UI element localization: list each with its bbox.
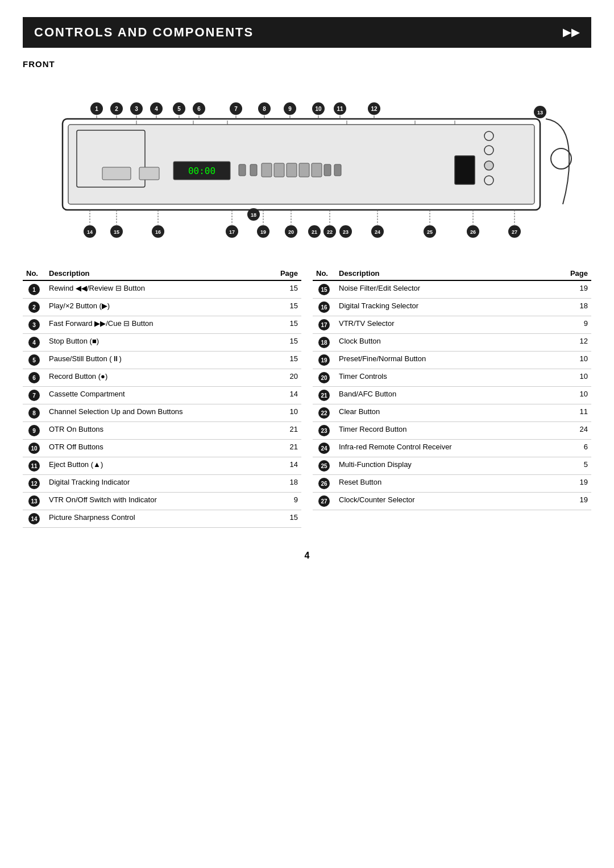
front-label: FRONT	[23, 59, 591, 69]
row-num: 25	[313, 457, 335, 475]
left-table: No. Description Page 1 Rewind ◀◀/Review …	[23, 267, 301, 528]
row-num: 17	[313, 316, 335, 334]
table-row: 18 Clock Button 12	[313, 334, 591, 352]
svg-text:26: 26	[470, 229, 476, 235]
table-row: 1 Rewind ◀◀/Review ⊟ Button 15	[23, 280, 301, 299]
row-page: 18	[273, 475, 301, 493]
left-col-page: Page	[273, 267, 301, 280]
row-desc: Record Button (●)	[45, 369, 273, 387]
page-number: 4	[23, 551, 591, 561]
svg-text:3: 3	[135, 106, 138, 112]
row-page: 15	[273, 316, 301, 334]
table-row: 20 Timer Controls 10	[313, 369, 591, 387]
svg-text:2: 2	[115, 106, 118, 112]
table-row: 8 Channel Selection Up and Down Buttons …	[23, 404, 301, 422]
svg-rect-35	[262, 163, 272, 177]
row-page: 10	[273, 404, 301, 422]
svg-rect-37	[287, 163, 297, 177]
svg-rect-30	[139, 167, 159, 180]
row-page: 10	[563, 352, 591, 369]
right-table: No. Description Page 15 Noise Filter/Edi…	[313, 267, 591, 528]
row-num: 10	[23, 440, 45, 457]
svg-text:1: 1	[95, 106, 98, 112]
row-num: 24	[313, 440, 335, 457]
svg-rect-38	[299, 163, 309, 177]
svg-rect-46	[455, 156, 475, 184]
table-row: 2 Play/×2 Button (▶) 15	[23, 299, 301, 316]
row-page: 15	[273, 352, 301, 369]
row-page: 11	[563, 404, 591, 422]
right-col-page: Page	[563, 267, 591, 280]
table-row: 7 Cassette Compartment 14	[23, 387, 301, 404]
vcr-diagram: 1 2 3 4 5 6 7 8 9 10 11 12 13	[23, 73, 591, 267]
svg-text:10: 10	[315, 106, 322, 112]
svg-text:23: 23	[343, 229, 349, 235]
row-desc: Eject Button (▲)	[45, 457, 273, 475]
table-row: 21 Band/AFC Button 10	[313, 387, 591, 404]
svg-text:17: 17	[229, 229, 235, 235]
table-row: 17 VTR/TV Selector 9	[313, 316, 591, 334]
row-num: 21	[313, 387, 335, 404]
row-desc: Digital Tracking Indicator	[45, 475, 273, 493]
row-num: 2	[23, 299, 45, 316]
svg-text:25: 25	[427, 229, 433, 235]
table-row: 12 Digital Tracking Indicator 18	[23, 475, 301, 493]
table-row: 25 Multi-Function Display 5	[313, 457, 591, 475]
row-desc: Clear Button	[335, 404, 563, 422]
row-desc: Channel Selection Up and Down Buttons	[45, 404, 273, 422]
row-num: 1	[23, 280, 45, 299]
row-num: 14	[23, 510, 45, 528]
row-desc: VTR/TV Selector	[335, 316, 563, 334]
table-row: 26 Reset Button 19	[313, 475, 591, 493]
svg-text:4: 4	[155, 106, 158, 112]
row-page: 15	[273, 280, 301, 299]
svg-rect-33	[239, 164, 246, 176]
row-desc: Clock Button	[335, 334, 563, 352]
page-wrapper: CONTROLS AND COMPONENTS ▶▶ FRONT 1 2 3 4…	[0, 0, 614, 595]
svg-text:15: 15	[114, 229, 119, 235]
row-page: 15	[273, 510, 301, 528]
row-num: 8	[23, 404, 45, 422]
table-row: 14 Picture Sharpness Control 15	[23, 510, 301, 528]
row-num: 4	[23, 334, 45, 352]
svg-text:13: 13	[537, 110, 543, 115]
table-row: 5 Pause/Still Button (⏸) 15	[23, 352, 301, 369]
row-num: 5	[23, 352, 45, 369]
row-num: 26	[313, 475, 335, 493]
right-col-desc: Description	[335, 267, 563, 280]
row-page: 19	[563, 475, 591, 493]
row-num: 7	[23, 387, 45, 404]
row-page: 21	[273, 422, 301, 440]
svg-text:19: 19	[260, 229, 266, 235]
table-row: 27 Clock/Counter Selector 19	[313, 493, 591, 510]
svg-rect-34	[250, 164, 257, 176]
svg-text:7: 7	[234, 106, 238, 112]
header-logo: ▶▶	[563, 26, 580, 39]
row-num: 23	[313, 422, 335, 440]
row-page: 6	[563, 440, 591, 457]
row-page: 10	[563, 369, 591, 387]
svg-text:18: 18	[251, 212, 256, 218]
row-page: 14	[273, 457, 301, 475]
row-num: 19	[313, 352, 335, 369]
row-desc: Noise Filter/Edit Selector	[335, 280, 563, 299]
row-desc: Picture Sharpness Control	[45, 510, 273, 528]
row-desc: Clock/Counter Selector	[335, 493, 563, 510]
row-num: 18	[313, 334, 335, 352]
row-num: 11	[23, 457, 45, 475]
row-num: 16	[313, 299, 335, 316]
row-desc: Infra-red Remote Control Receiver	[335, 440, 563, 457]
svg-text:00:00: 00:00	[188, 166, 215, 176]
table-row: 15 Noise Filter/Edit Selector 19	[313, 280, 591, 299]
svg-text:11: 11	[337, 106, 343, 112]
svg-text:8: 8	[263, 106, 266, 112]
table-row: 4 Stop Button (■) 15	[23, 334, 301, 352]
table-row: 23 Timer Record Button 24	[313, 422, 591, 440]
row-desc: Digital Tracking Selector	[335, 299, 563, 316]
row-desc: Play/×2 Button (▶)	[45, 299, 273, 316]
svg-point-104	[551, 148, 571, 169]
row-num: 15	[313, 280, 335, 299]
row-page: 18	[563, 299, 591, 316]
row-num: 6	[23, 369, 45, 387]
row-page: 9	[563, 316, 591, 334]
